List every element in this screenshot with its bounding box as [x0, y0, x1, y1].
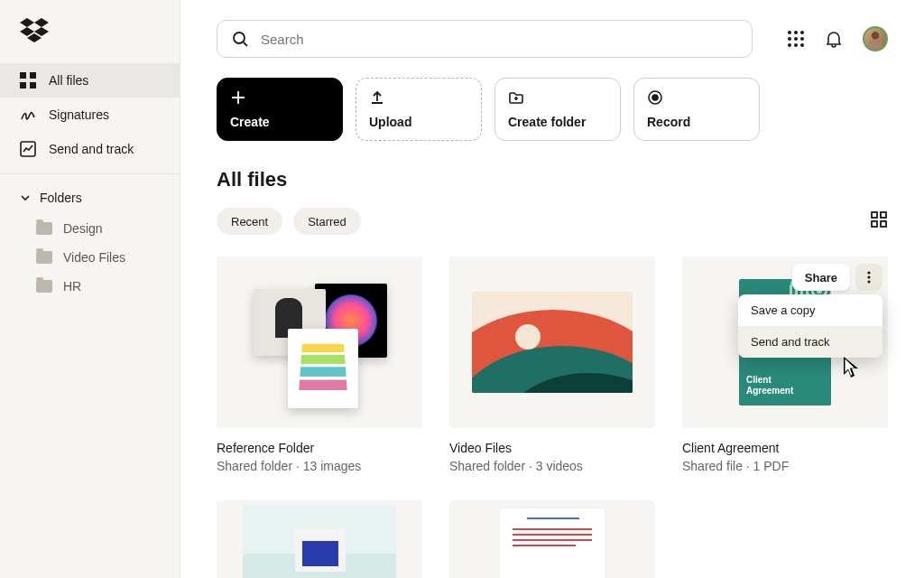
cursor-icon	[843, 356, 863, 379]
file-card[interactable]	[449, 500, 655, 555]
nav-signatures[interactable]: Signatures	[0, 98, 180, 132]
chip-label: Recent	[231, 215, 268, 228]
folder-label: Design	[63, 221, 103, 236]
share-label: Share	[805, 271, 837, 284]
card-subtitle: Shared folder · 13 images	[217, 459, 422, 473]
file-card-client-agreement[interactable]: Client Agreement Share Save a copy Send …	[682, 256, 888, 473]
file-card-reference[interactable]: Reference Folder Shared folder · 13 imag…	[217, 256, 422, 473]
upload-icon	[369, 89, 385, 106]
svg-point-21	[652, 95, 658, 100]
record-icon	[647, 89, 663, 106]
card-subtitle: Shared folder · 3 videos	[449, 459, 655, 473]
svg-point-14	[788, 37, 791, 41]
context-menu: Save a copy Send and track	[738, 294, 882, 358]
dropbox-logo[interactable]	[20, 16, 49, 45]
file-card[interactable]	[217, 500, 422, 555]
menu-label: Send and track	[751, 335, 829, 349]
card-title: Video Files	[449, 441, 655, 455]
menu-send-track[interactable]: Send and track	[738, 326, 882, 358]
sidebar-divider	[0, 173, 180, 174]
svg-rect-23	[881, 212, 886, 218]
create-button[interactable]: Create	[217, 78, 343, 141]
svg-marker-4	[27, 33, 42, 42]
svg-point-16	[800, 37, 804, 41]
svg-point-13	[800, 31, 804, 34]
menu-label: Save a copy	[751, 303, 816, 317]
page-title: All files	[217, 168, 888, 191]
menu-save-copy[interactable]: Save a copy	[738, 294, 882, 326]
svg-point-27	[867, 275, 870, 278]
chip-label: Starred	[308, 215, 346, 228]
svg-rect-7	[20, 82, 26, 89]
share-button[interactable]: Share	[792, 264, 850, 291]
avatar[interactable]	[863, 26, 888, 51]
card-subtitle: Shared file · 1 PDF	[682, 459, 888, 473]
search-box[interactable]	[217, 20, 753, 58]
search-icon	[232, 31, 248, 47]
folder-plus-icon	[508, 89, 524, 106]
folders-header-label: Folders	[40, 191, 82, 205]
signature-icon	[20, 107, 36, 123]
chip-starred[interactable]: Starred	[293, 208, 361, 235]
nav-all-files[interactable]: All files	[0, 63, 180, 98]
svg-marker-1	[34, 18, 49, 27]
upload-button[interactable]: Upload	[356, 78, 482, 141]
file-grid: Reference Folder Shared folder · 13 imag…	[217, 256, 888, 555]
chevron-down-icon	[20, 192, 31, 203]
plus-icon	[230, 89, 246, 106]
thumbnail	[449, 500, 655, 578]
record-label: Record	[647, 115, 746, 129]
sidebar: All files Signatures Send and track Fold…	[0, 0, 180, 578]
card-title: Reference Folder	[217, 441, 422, 455]
create-label: Create	[230, 115, 329, 129]
svg-rect-8	[30, 82, 36, 89]
nav-label: All files	[49, 73, 88, 88]
record-button[interactable]: Record	[633, 78, 760, 141]
more-button[interactable]	[855, 264, 882, 291]
chart-icon	[20, 141, 36, 157]
svg-point-12	[794, 31, 798, 34]
svg-point-17	[788, 43, 791, 47]
create-folder-button[interactable]: Create folder	[494, 78, 621, 141]
folder-label: Video Files	[63, 250, 125, 265]
svg-point-26	[867, 271, 870, 274]
chip-recent[interactable]: Recent	[217, 208, 282, 235]
thumbnail: Client Agreement Share Save a copy Send …	[682, 256, 888, 428]
svg-point-28	[867, 280, 870, 283]
folder-icon	[36, 280, 52, 293]
more-vertical-icon	[867, 271, 871, 284]
apps-icon[interactable]	[787, 30, 805, 48]
quick-actions: Create Upload Create folder Record	[217, 78, 888, 141]
folders-header[interactable]: Folders	[0, 182, 180, 214]
nav-send-track[interactable]: Send and track	[0, 132, 180, 166]
svg-rect-6	[30, 72, 36, 79]
grid-icon	[20, 72, 36, 89]
view-toggle-icon[interactable]	[870, 210, 888, 232]
thumbnail	[217, 500, 422, 578]
filter-row: Recent Starred	[217, 208, 888, 235]
doc-overlay-text: Client Agreement	[746, 375, 793, 396]
thumbnail	[449, 256, 655, 428]
svg-point-18	[794, 43, 798, 47]
svg-marker-0	[20, 18, 34, 27]
svg-rect-22	[872, 212, 877, 218]
nav-label: Send and track	[49, 142, 134, 156]
thumbnail	[217, 256, 422, 428]
upload-label: Upload	[369, 115, 468, 129]
file-card-video[interactable]: Video Files Shared folder · 3 videos	[449, 256, 655, 473]
folder-hr[interactable]: HR	[0, 272, 180, 301]
main-content: Create Upload Create folder Record All f…	[180, 0, 924, 578]
folder-label: HR	[63, 279, 81, 294]
create-folder-label: Create folder	[508, 115, 607, 129]
top-icons	[787, 26, 888, 51]
svg-marker-2	[20, 27, 34, 36]
search-input[interactable]	[261, 32, 737, 47]
folder-design[interactable]: Design	[0, 214, 180, 243]
bell-icon[interactable]	[825, 30, 843, 48]
svg-rect-5	[20, 72, 26, 79]
folder-icon	[36, 251, 52, 264]
folder-video-files[interactable]: Video Files	[0, 243, 180, 272]
svg-point-11	[788, 31, 791, 34]
svg-rect-24	[872, 221, 877, 227]
svg-point-10	[234, 33, 245, 43]
